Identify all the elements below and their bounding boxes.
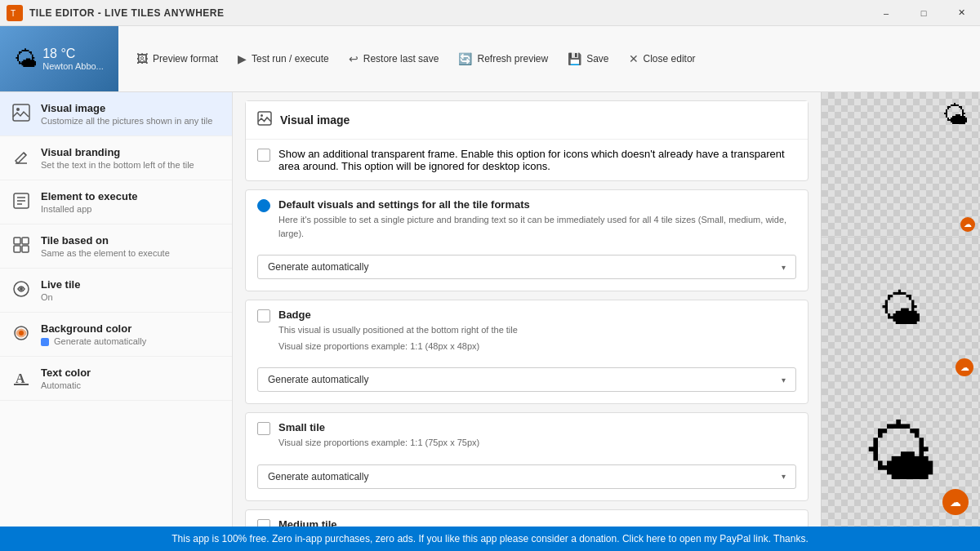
small-tile-section: Small tile Visual size proportions examp…	[245, 412, 808, 501]
section-header-icon	[257, 111, 272, 129]
visual-branding-sub: Set the text in the bottom left of the t…	[41, 160, 194, 170]
text-color-sub: Automatic	[41, 380, 91, 390]
visual-image-text: Visual image Customize all the pictures …	[41, 102, 212, 126]
bg-color-icon	[11, 324, 31, 346]
live-tile-icon	[11, 280, 31, 302]
preview-format-label: Preview format	[153, 53, 218, 64]
small-tile-checkbox[interactable]	[257, 422, 270, 435]
preview-badge-medium: ☁	[956, 358, 973, 376]
badge-desc: This visual is usually positioned at the…	[278, 323, 518, 337]
restore-label: Restore last save	[363, 53, 439, 64]
small-tile-dropdown-value: Generate automatically	[268, 471, 368, 482]
close-editor-button[interactable]: ✕ Close editor	[619, 47, 706, 70]
save-label: Save	[586, 53, 608, 64]
preview-format-button[interactable]: 🖼 Preview format	[127, 47, 228, 70]
sidebar-item-visual-image[interactable]: Visual image Customize all the pictures …	[0, 92, 232, 136]
badge-dropdown-value: Generate automatically	[268, 374, 368, 385]
svg-point-3	[16, 108, 20, 111]
element-execute-text: Element to execute Installed app	[41, 190, 138, 214]
default-visuals-row: ✓ Default visuals and settings for all t…	[246, 190, 808, 248]
small-tile-dropdown-row: Generate automatically ▾	[246, 458, 808, 500]
preview-tile-large: 🌤 ☁	[822, 382, 980, 527]
tile-based-text: Tile based on Same as the element to exe…	[41, 234, 170, 258]
element-execute-title: Element to execute	[41, 190, 138, 202]
preview-badge-large: ☁	[942, 489, 969, 515]
tile-based-icon	[11, 236, 31, 258]
weather-city: Newton Abbo...	[42, 61, 104, 71]
badge-chevron-icon: ▾	[782, 375, 786, 384]
default-visuals-text: Default visuals and settings for all the…	[278, 198, 796, 240]
app-branding-area: 🌤 18 °C Newton Abbo...	[0, 26, 118, 91]
refresh-button[interactable]: 🔄 Refresh preview	[448, 47, 558, 70]
test-run-label: Test run / execute	[252, 53, 329, 64]
medium-tile-section: Medium tile	[245, 509, 808, 527]
test-run-button[interactable]: ▶ Test run / execute	[228, 47, 339, 70]
small-tile-row: Small tile Visual size proportions examp…	[246, 413, 808, 458]
live-tile-sub: On	[41, 292, 80, 302]
save-icon: 💾	[568, 52, 581, 65]
badge-size-hint: Visual size proportions example: 1:1 (48…	[278, 340, 518, 353]
sidebar-item-tile-based[interactable]: Tile based on Same as the element to exe…	[0, 224, 232, 269]
text-color-text: Text color Automatic	[41, 367, 91, 390]
bg-color-swatch	[41, 338, 49, 346]
element-execute-sub: Installed app	[41, 204, 138, 214]
transparent-frame-text: Show an additional transparent frame. En…	[278, 148, 796, 172]
weather-display: 🌤 18 °C Newton Abbo...	[8, 39, 110, 79]
badge-checkbox[interactable]	[257, 309, 270, 322]
visual-image-section: Visual image Show an additional transpar…	[245, 100, 808, 181]
sidebar-item-visual-branding[interactable]: Visual branding Set the text in the bott…	[0, 136, 232, 180]
restore-button[interactable]: ↩ Restore last save	[339, 47, 449, 70]
preview-weather-icon-medium: 🌤	[880, 285, 922, 334]
transparent-frame-checkbox[interactable]	[257, 149, 270, 162]
maximize-button[interactable]: □	[905, 0, 942, 26]
restore-icon: ↩	[349, 52, 359, 65]
sidebar-item-bg-color[interactable]: Background color Generate automatically	[0, 313, 232, 357]
transparent-frame-row: Show an additional transparent frame. En…	[246, 140, 808, 180]
donation-banner[interactable]: This app is 100% free. Zero in-app purch…	[0, 527, 980, 551]
svg-text:T: T	[11, 9, 16, 18]
save-button[interactable]: 💾 Save	[558, 47, 618, 70]
badge-title: Badge	[278, 309, 518, 321]
small-tile-dropdown[interactable]: Generate automatically ▾	[257, 464, 796, 489]
live-tile-text: Live tile On	[41, 278, 80, 302]
sidebar-item-live-tile[interactable]: Live tile On	[0, 269, 232, 313]
medium-tile-row: Medium tile	[246, 510, 808, 527]
badge-dropdown[interactable]: Generate automatically ▾	[257, 367, 796, 392]
refresh-label: Refresh preview	[477, 53, 548, 64]
default-visuals-desc: Here it's possible to set a single pictu…	[278, 213, 796, 240]
text-color-icon: A	[11, 368, 31, 390]
preview-badge-small: ☁	[960, 217, 975, 232]
default-visuals-dropdown[interactable]: Generate automatically ▾	[257, 255, 796, 279]
app-header: 🌤 18 °C Newton Abbo... 🖼 Preview format …	[0, 26, 980, 92]
small-tile-chevron-icon: ▾	[782, 472, 786, 481]
minimize-button[interactable]: –	[867, 0, 905, 26]
live-tile-title: Live tile	[41, 278, 80, 291]
visual-branding-title: Visual branding	[41, 146, 194, 158]
visual-image-section-title: Visual image	[280, 113, 350, 127]
svg-rect-12	[22, 246, 29, 252]
default-visuals-title: Default visuals and settings for all the…	[278, 198, 796, 211]
weather-temperature: 18 °C	[42, 47, 104, 61]
svg-rect-2	[13, 104, 29, 121]
badge-text: Badge This visual is usually positioned …	[278, 309, 518, 353]
tile-based-sub: Same as the element to execute	[41, 248, 170, 258]
app-icon: T	[7, 5, 23, 21]
visual-image-sub: Customize all the pictures shown in any …	[41, 116, 212, 126]
sidebar-item-element-execute[interactable]: Element to execute Installed app	[0, 180, 232, 224]
preview-tile-small: 🌤 ☁	[822, 92, 980, 238]
default-visuals-checkbox[interactable]: ✓	[257, 199, 270, 212]
svg-rect-9	[14, 238, 20, 244]
preview-weather-icon-small: 🌤	[942, 100, 969, 131]
window-controls: – □ ✕	[867, 0, 980, 26]
title-bar: T TILE EDITOR - LIVE TILES ANYWHERE – □ …	[0, 0, 980, 26]
close-button[interactable]: ✕	[942, 0, 980, 26]
donation-text: This app is 100% free. Zero in-app purch…	[172, 533, 808, 544]
test-run-icon: ▶	[238, 52, 247, 65]
weather-info: 18 °C Newton Abbo...	[42, 47, 104, 71]
main-layout: Visual image Customize all the pictures …	[0, 92, 980, 527]
sidebar-item-text-color[interactable]: A Text color Automatic	[0, 357, 232, 401]
weather-icon: 🌤	[15, 46, 38, 73]
preview-format-icon: 🖼	[136, 52, 148, 65]
medium-tile-checkbox[interactable]	[257, 519, 270, 527]
medium-tile-text: Medium tile	[278, 518, 337, 527]
